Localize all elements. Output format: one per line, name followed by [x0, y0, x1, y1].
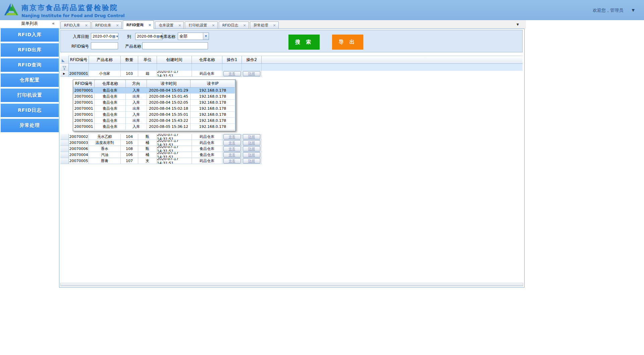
product-input[interactable] — [142, 42, 208, 49]
search-button[interactable]: 搜 索 — [288, 35, 320, 50]
filter-cell-1[interactable] — [89, 64, 121, 71]
filter-gutter[interactable] — [60, 64, 69, 71]
column-header-2[interactable]: 数量 — [121, 56, 138, 64]
product-label: 产品名称 — [124, 44, 141, 49]
detail-cell: 192.168.0.178 — [191, 106, 235, 112]
column-header-1[interactable]: 产品名称 — [89, 56, 121, 64]
row-gutter[interactable] — [60, 134, 69, 140]
warehouse-caret-icon[interactable]: ▼ — [203, 33, 209, 40]
sidebar-item-4[interactable]: 打印机设置 — [1, 89, 59, 102]
tab-6[interactable]: 异常处理× — [250, 21, 279, 29]
table-row[interactable]: 20070002无水乙醇104瓶2020-07-17 14:31:51药品仓库查… — [60, 134, 523, 140]
sidebar-item-6[interactable]: 异常处理 — [1, 119, 59, 132]
tab-4[interactable]: 打印机设置× — [185, 21, 217, 29]
tab-close-icon[interactable]: × — [178, 23, 181, 28]
detail-cell: 192.168.0.178 — [191, 112, 235, 118]
detail-row[interactable]: 20070001食品仓库入库2020-08-04 15:02:05192.168… — [73, 100, 235, 106]
hide-button[interactable]: 隐藏 — [243, 152, 260, 157]
row-gutter[interactable]: ▶ — [60, 71, 69, 77]
filter-cell-5[interactable] — [192, 64, 222, 71]
tab-close-icon[interactable]: × — [85, 23, 88, 28]
user-menu-caret-icon[interactable]: ▼ — [632, 8, 635, 12]
view-button[interactable]: 查看 — [223, 140, 241, 145]
view-button[interactable]: 查看 — [223, 152, 241, 157]
filter-cell-3[interactable] — [138, 64, 157, 71]
cell-仓库名称: 食品仓库 — [192, 152, 222, 158]
tab-close-icon[interactable]: × — [148, 23, 151, 27]
tab-close-icon[interactable]: × — [116, 23, 119, 28]
detail-column-header-0[interactable]: RFID编号 — [73, 80, 95, 88]
sidebar-item-2[interactable]: RFID查询 — [1, 58, 59, 72]
filter-cell-7[interactable] — [242, 64, 262, 71]
hide-button[interactable]: 隐藏 — [243, 71, 260, 76]
tab-1[interactable]: RFID出库× — [92, 21, 122, 29]
rfid-input[interactable] — [91, 42, 118, 49]
tab-close-icon[interactable]: × — [243, 23, 246, 28]
cell-单位: 瓶 — [138, 134, 157, 140]
tab-3[interactable]: 仓库设置× — [155, 21, 184, 29]
column-header-7[interactable]: 操作2 — [242, 56, 262, 64]
sidebar-item-5[interactable]: RFID日志 — [1, 104, 59, 117]
row-gutter[interactable] — [60, 158, 69, 164]
sidebar-item-3[interactable]: 仓库配置 — [1, 73, 59, 87]
hide-button[interactable]: 隐藏 — [243, 134, 260, 139]
export-button[interactable]: 导 出 — [332, 35, 363, 50]
warehouse-select[interactable]: 全部 ▼ — [178, 33, 209, 40]
tab-close-icon[interactable]: × — [273, 23, 276, 28]
table-row[interactable]: 20070004汽油106桶2020-07-17 14:31:51食品仓库查看隐… — [60, 152, 523, 158]
tab-2[interactable]: RFID查询× — [123, 20, 154, 29]
detail-column-header-3[interactable]: 读卡时间 — [147, 80, 191, 88]
detail-row[interactable]: 20070001食品仓库入库2020-08-04 15:35:01192.168… — [73, 112, 235, 118]
select-all-triangle-icon — [62, 59, 65, 62]
tab-label: RFID入库 — [64, 23, 80, 28]
detail-row[interactable]: 20070001食品仓库入库2020-08-05 15:36:12192.168… — [73, 124, 235, 130]
filter-cell-4[interactable] — [157, 64, 192, 71]
table-row[interactable]: ▶20070001小当家103箱2020-07-17 14:31:51药品仓库查… — [60, 71, 523, 77]
table-row[interactable]: 20070005唇膏107支2020-07-17 14:31:51药品仓库查看隐… — [60, 158, 523, 164]
hide-button[interactable]: 隐藏 — [243, 140, 260, 145]
app-title-en: Nanjing Institute for Food and Drug Cont… — [21, 13, 125, 18]
sidebar-collapse-icon[interactable]: « — [52, 21, 55, 26]
detail-column-header-1[interactable]: 仓库名称 — [95, 80, 126, 88]
view-button[interactable]: 查看 — [223, 158, 241, 163]
column-header-5[interactable]: 仓库名称 — [192, 56, 222, 64]
filter-cell-2[interactable] — [121, 64, 138, 71]
tab-5[interactable]: RFID日志× — [219, 21, 249, 29]
row-gutter[interactable] — [60, 140, 69, 146]
column-header-0[interactable]: RFID编号 — [69, 56, 89, 64]
column-header-3[interactable]: 单位 — [138, 56, 157, 64]
view-button[interactable]: 查看 — [223, 146, 241, 151]
detail-cell: 20070001 — [73, 94, 95, 100]
filter-cell-0[interactable] — [69, 64, 89, 71]
sidebar-item-0[interactable]: RFID入库 — [1, 28, 59, 42]
row-filler — [262, 158, 523, 164]
select-all-corner[interactable] — [60, 56, 69, 64]
column-header-6[interactable]: 操作1 — [222, 56, 242, 64]
date-to-input[interactable] — [136, 34, 156, 39]
header-filler — [262, 56, 523, 64]
detail-column-header-4[interactable]: 读卡IP — [191, 80, 235, 88]
hide-button[interactable]: 隐藏 — [243, 158, 260, 163]
view-button[interactable]: 查看 — [223, 71, 241, 76]
table-row[interactable]: 20070006香水108瓶2020-07-17 14:31:51食品仓库查看隐… — [60, 146, 523, 152]
tab-close-icon[interactable]: × — [212, 23, 215, 28]
detail-row[interactable]: 20070001食品仓库入库2020-08-04 15:01:29192.168… — [73, 88, 235, 94]
detail-row[interactable]: 20070001食品仓库出库2020-08-04 15:01:45192.168… — [73, 94, 235, 100]
detail-row[interactable]: 20070001食品仓库出库2020-08-04 15:43:22192.168… — [73, 118, 235, 124]
row-gutter[interactable] — [60, 152, 69, 158]
detail-column-header-2[interactable]: 方向 — [126, 80, 147, 88]
tab-overflow-caret-icon[interactable]: ▼ — [517, 23, 639, 26]
tab-0[interactable]: RFID入库× — [60, 21, 91, 29]
filter-cell-6[interactable] — [222, 64, 242, 71]
date-from-input[interactable] — [91, 34, 112, 39]
hide-button[interactable]: 隐藏 — [243, 146, 260, 151]
column-header-4[interactable]: 创建时间 — [157, 56, 192, 64]
detail-row[interactable]: 20070001食品仓库出库2020-08-04 15:02:18192.168… — [73, 106, 235, 112]
sidebar-item-1[interactable]: RFID出库 — [1, 43, 59, 57]
table-row[interactable]: 20070003温度表溶剂105桶2020-07-17 14:31:51药品仓库… — [60, 140, 523, 146]
horizontal-scrollbar[interactable] — [60, 283, 523, 286]
row-gutter[interactable] — [60, 146, 69, 152]
cell-数量: 107 — [121, 158, 138, 164]
view-button[interactable]: 查看 — [223, 134, 241, 139]
cell-RFID编号: 20070003 — [69, 140, 89, 146]
